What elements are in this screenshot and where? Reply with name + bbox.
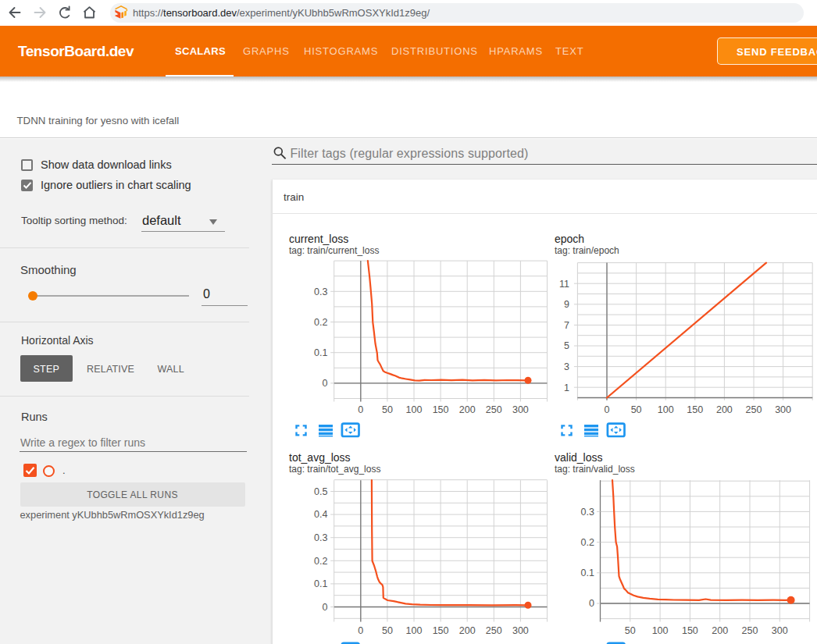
svg-text:11: 11 — [559, 279, 569, 290]
svg-text:250: 250 — [746, 404, 762, 415]
svg-text:200: 200 — [712, 625, 728, 636]
svg-text:150: 150 — [433, 404, 449, 415]
svg-text:250: 250 — [742, 625, 758, 636]
svg-text:0: 0 — [358, 625, 363, 636]
svg-text:50: 50 — [382, 404, 393, 415]
svg-text:0.1: 0.1 — [314, 578, 327, 589]
svg-text:0.2: 0.2 — [581, 537, 594, 548]
svg-text:100: 100 — [652, 625, 669, 636]
svg-text:0.3: 0.3 — [314, 532, 327, 543]
svg-text:150: 150 — [687, 404, 703, 415]
svg-text:0.5: 0.5 — [314, 486, 327, 497]
svg-text:100: 100 — [406, 404, 423, 415]
svg-text:150: 150 — [433, 625, 449, 636]
svg-text:7: 7 — [564, 320, 569, 331]
svg-text:300: 300 — [772, 625, 788, 636]
svg-text:50: 50 — [631, 404, 642, 415]
svg-text:50: 50 — [625, 625, 636, 636]
svg-text:100: 100 — [658, 404, 674, 415]
svg-text:200: 200 — [459, 625, 476, 636]
svg-text:0.3: 0.3 — [581, 507, 594, 518]
svg-text:0.3: 0.3 — [314, 286, 327, 297]
svg-text:0.4: 0.4 — [314, 509, 327, 520]
svg-text:0.1: 0.1 — [314, 347, 327, 358]
svg-text:300: 300 — [512, 625, 529, 636]
svg-text:50: 50 — [382, 625, 393, 636]
svg-text:250: 250 — [486, 625, 502, 636]
svg-text:300: 300 — [512, 404, 529, 415]
svg-text:0.2: 0.2 — [314, 556, 327, 567]
svg-text:1: 1 — [564, 382, 569, 393]
svg-text:3: 3 — [564, 361, 569, 372]
svg-text:0.2: 0.2 — [314, 317, 327, 328]
svg-text:5: 5 — [564, 340, 569, 351]
svg-text:200: 200 — [716, 404, 733, 415]
svg-text:0: 0 — [605, 404, 610, 415]
svg-text:0: 0 — [589, 598, 594, 609]
svg-text:250: 250 — [486, 404, 502, 415]
svg-text:0: 0 — [323, 602, 328, 613]
svg-text:200: 200 — [459, 404, 476, 415]
svg-text:300: 300 — [775, 404, 791, 415]
svg-text:150: 150 — [682, 625, 698, 636]
svg-text:0: 0 — [358, 404, 363, 415]
svg-text:9: 9 — [564, 299, 569, 310]
svg-text:0.1: 0.1 — [581, 568, 594, 578]
svg-text:0: 0 — [323, 378, 328, 389]
svg-text:100: 100 — [406, 625, 423, 636]
